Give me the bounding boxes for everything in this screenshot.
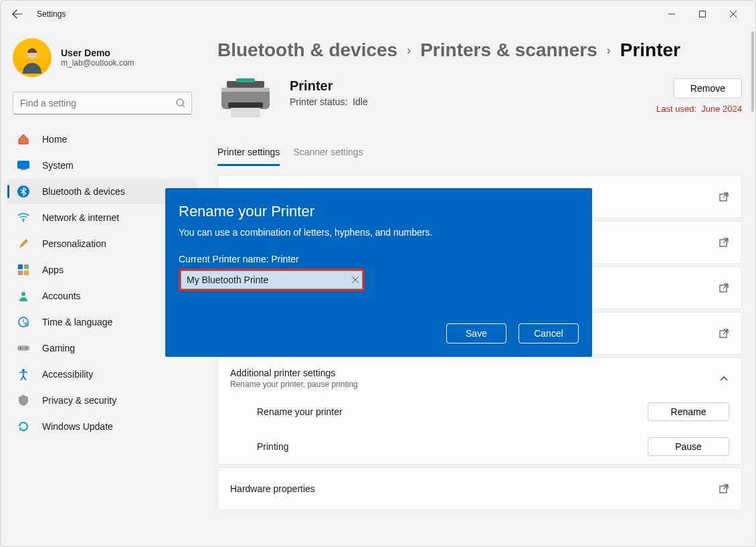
sidebar-item-label: Apps xyxy=(42,264,64,275)
svg-point-15 xyxy=(25,323,29,327)
svg-rect-6 xyxy=(21,169,26,170)
external-link-icon xyxy=(719,237,729,248)
brush-icon xyxy=(17,237,30,250)
settings-window: Settings User Demo m_lab@outlook.com xyxy=(0,0,756,547)
dialog-input-wrap xyxy=(179,268,365,291)
user-email: m_lab@outlook.com xyxy=(61,58,134,68)
sidebar-item-privacy[interactable]: Privacy & security xyxy=(7,388,196,413)
user-block[interactable]: User Demo m_lab@outlook.com xyxy=(5,31,201,84)
breadcrumb-link-2[interactable]: Printers & scanners xyxy=(420,40,597,61)
card-hardware-properties[interactable]: Hardware properties xyxy=(217,467,742,510)
search-wrap xyxy=(13,92,192,114)
person-icon xyxy=(17,289,30,303)
sidebar-item-label: Home xyxy=(42,134,67,145)
user-name: User Demo xyxy=(61,48,134,58)
dialog-title: Rename your Printer xyxy=(179,203,579,220)
svg-point-18 xyxy=(25,347,27,349)
svg-point-3 xyxy=(177,99,183,106)
cancel-button[interactable]: Cancel xyxy=(518,323,579,343)
search-button[interactable] xyxy=(173,96,188,110)
sidebar-item-label: Personalization xyxy=(42,238,106,249)
breadcrumb-link-1[interactable]: Bluetooth & devices xyxy=(217,40,397,61)
accessibility-icon xyxy=(17,368,30,381)
svg-rect-21 xyxy=(236,78,255,82)
close-icon xyxy=(730,11,737,17)
remove-button[interactable]: Remove xyxy=(674,78,742,98)
row-label: Printing xyxy=(257,441,288,452)
search-input[interactable] xyxy=(13,92,192,114)
sidebar-item-label: Accounts xyxy=(42,291,81,301)
sidebar-item-label: Time & language xyxy=(42,317,112,327)
row-label: Rename your printer xyxy=(257,406,343,417)
sidebar-item-accessibility[interactable]: Accessibility xyxy=(7,362,196,387)
svg-rect-12 xyxy=(24,270,29,275)
window-controls xyxy=(656,3,749,25)
chevron-right-icon: › xyxy=(607,44,611,58)
apps-icon xyxy=(17,263,30,277)
system-icon xyxy=(17,159,30,172)
close-icon xyxy=(352,277,359,283)
svg-rect-16 xyxy=(17,345,29,351)
avatar xyxy=(13,38,52,77)
arrow-left-icon xyxy=(12,9,23,19)
sidebar-item-label: Accessibility xyxy=(42,369,93,380)
minimize-icon xyxy=(668,11,675,17)
card-title: Additional printer settings xyxy=(230,368,358,378)
update-icon xyxy=(17,420,30,433)
back-button[interactable] xyxy=(7,4,27,24)
row-rename-printer: Rename your printer Rename xyxy=(230,394,729,429)
maximize-icon xyxy=(699,11,706,17)
maximize-button[interactable] xyxy=(687,3,718,25)
sidebar-item-label: Network & internet xyxy=(42,212,119,223)
rename-input[interactable] xyxy=(181,270,363,289)
tabs: Printer settings Scanner settings xyxy=(217,143,742,166)
shield-icon xyxy=(17,394,30,407)
printer-icon xyxy=(217,78,274,120)
svg-line-4 xyxy=(183,105,185,107)
chevron-up-icon xyxy=(719,373,729,384)
svg-rect-5 xyxy=(17,161,29,169)
svg-rect-9 xyxy=(18,264,23,269)
clock-icon xyxy=(17,315,30,329)
card-header[interactable]: Additional printer settings Rename your … xyxy=(230,368,729,389)
dialog-current-name: Current Printer name: Printer xyxy=(179,254,579,264)
sidebar-item-label: Windows Update xyxy=(42,421,113,432)
external-link-icon xyxy=(719,191,729,202)
svg-rect-11 xyxy=(18,270,23,275)
svg-point-19 xyxy=(22,369,25,372)
rename-button[interactable]: Rename xyxy=(648,402,729,421)
card-title: Hardware properties xyxy=(230,483,315,494)
sidebar-item-label: System xyxy=(42,160,74,171)
svg-rect-1 xyxy=(700,11,706,17)
svg-rect-25 xyxy=(228,102,263,108)
pause-button[interactable]: Pause xyxy=(648,437,729,456)
external-link-icon xyxy=(719,483,729,494)
external-link-icon xyxy=(719,328,729,339)
card-additional-printer-settings: Additional printer settings Rename your … xyxy=(217,358,742,465)
tab-printer-settings[interactable]: Printer settings xyxy=(217,143,280,166)
sidebar-item-update[interactable]: Windows Update xyxy=(7,414,196,439)
sidebar-item-label: Bluetooth & devices xyxy=(42,186,125,197)
clear-input-button[interactable] xyxy=(352,274,359,286)
printer-header: Printer Printer status: Idle Remove Last… xyxy=(217,78,742,120)
save-button[interactable]: Save xyxy=(446,323,506,343)
svg-rect-23 xyxy=(221,88,270,92)
bluetooth-icon xyxy=(17,185,30,198)
svg-point-13 xyxy=(21,292,25,296)
sidebar-item-label: Gaming xyxy=(42,343,75,354)
sidebar-item-home[interactable]: Home xyxy=(7,127,196,152)
scrollbar-thumb[interactable] xyxy=(751,31,754,112)
svg-rect-10 xyxy=(24,264,29,269)
breadcrumb: Bluetooth & devices › Printers & scanner… xyxy=(217,40,742,61)
rename-printer-dialog: Rename your Printer You can use a combin… xyxy=(165,188,592,357)
window-title: Settings xyxy=(37,9,66,19)
last-used-text: Last used: June 2024 xyxy=(656,104,742,114)
tab-scanner-settings[interactable]: Scanner settings xyxy=(293,143,363,166)
printer-name: Printer xyxy=(290,78,368,94)
dialog-description: You can use a combination of letters, hy… xyxy=(179,227,579,238)
sidebar-item-system[interactable]: System xyxy=(7,153,196,178)
minimize-button[interactable] xyxy=(656,3,687,25)
sidebar-item-label: Privacy & security xyxy=(42,395,116,406)
close-button[interactable] xyxy=(718,3,749,25)
home-icon xyxy=(17,133,30,146)
